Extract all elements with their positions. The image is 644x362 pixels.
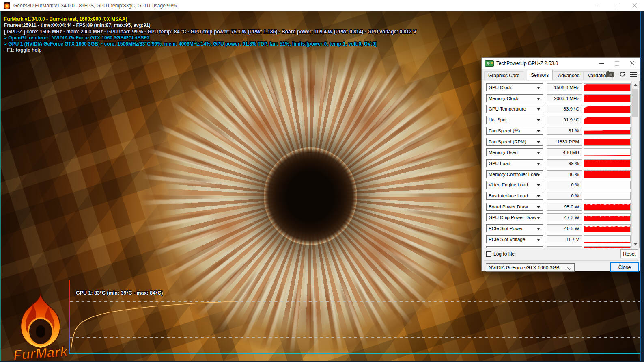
dropdown-arrow-icon bbox=[537, 130, 540, 132]
dropdown-arrow-icon bbox=[537, 108, 540, 111]
log-to-file-label: Log to file bbox=[493, 251, 515, 257]
sensor-history-graph bbox=[584, 213, 631, 221]
furmark-window-title: Geeks3D FurMark v1.34.0.0 - 89FPS, GPU1 … bbox=[13, 3, 177, 9]
sensor-history-graph bbox=[584, 127, 631, 135]
sensor-history-graph bbox=[584, 116, 631, 124]
osd-text-block: FurMark v1.34.0.0 - Burn-in test, 1600x9… bbox=[4, 16, 416, 54]
log-to-file-checkbox[interactable] bbox=[486, 251, 491, 257]
sensor-value: 0 % bbox=[547, 181, 582, 189]
sensor-select[interactable]: PCIe Slot Power bbox=[486, 224, 543, 232]
sensor-value: 11.7 V bbox=[547, 235, 582, 243]
gpuz-maximize-button[interactable] bbox=[609, 58, 625, 69]
refresh-icon[interactable] bbox=[619, 71, 625, 77]
sensor-row-gpu-load: GPU Load99 % bbox=[484, 159, 639, 167]
sensor-value: 430 MB bbox=[547, 148, 582, 156]
sensor-select[interactable]: Hot Spot bbox=[486, 116, 543, 124]
dropdown-arrow-icon bbox=[537, 184, 540, 186]
tab-sensors[interactable]: Sensors bbox=[527, 70, 553, 80]
osd-line-2: Frames:25911 - time:00:04:44 - FPS:89 (m… bbox=[4, 22, 416, 28]
sensor-value: 1833 RPM bbox=[547, 138, 582, 146]
sensor-history-graph bbox=[584, 170, 631, 178]
sensor-row-board-power-draw: Board Power Draw95.0 W bbox=[484, 203, 639, 211]
sensor-select[interactable]: GPU Temperature bbox=[486, 105, 543, 113]
sensor-row-fan-speed-rpm-: Fan Speed (RPM)1833 RPM bbox=[484, 138, 639, 146]
sensor-value: 95.0 W bbox=[547, 203, 582, 211]
sensor-history-graph bbox=[584, 224, 631, 232]
sensor-row-8-pin-1-power: 8-Pin #1 Power35.5 W bbox=[484, 246, 639, 249]
dropdown-arrow-icon bbox=[537, 119, 540, 121]
close-gpuz-button[interactable]: Close bbox=[610, 262, 639, 272]
sensor-value: 83.9 °C bbox=[547, 105, 582, 113]
sensor-row-fan-speed-: Fan Speed (%)51 % bbox=[484, 127, 639, 135]
sensor-value: 1506.0 MHz bbox=[547, 83, 582, 91]
tab-graphics-card[interactable]: Graphics Card bbox=[484, 71, 523, 80]
close-icon bbox=[632, 3, 637, 8]
screenshot-camera-icon[interactable] bbox=[606, 72, 614, 77]
sensor-value: 51 % bbox=[547, 127, 582, 135]
osd-line-1: FurMark v1.34.0.0 - Burn-in test, 1600x9… bbox=[4, 16, 416, 22]
sensor-history-graph bbox=[584, 203, 631, 211]
sensor-value: 35.5 W bbox=[547, 246, 582, 249]
sensor-select[interactable]: GPU Load bbox=[486, 159, 543, 167]
svg-text:FurMark: FurMark bbox=[13, 343, 69, 362]
furmark-logo: FurMark bbox=[4, 291, 77, 362]
furmark-app-icon bbox=[4, 2, 10, 9]
sensor-value: 99 % bbox=[547, 159, 582, 167]
sensor-history-graph bbox=[584, 181, 631, 189]
gpuz-minimize-button[interactable] bbox=[594, 58, 609, 69]
sensor-history-graph bbox=[584, 138, 631, 146]
sensor-history-graph bbox=[584, 105, 631, 113]
maximize-button[interactable] bbox=[607, 0, 625, 11]
sensor-row-bus-interface-load: Bus Interface Load0 % bbox=[484, 192, 639, 200]
gpuz-titlebar[interactable]: TechPowerUp GPU-Z 2.53.0 bbox=[482, 58, 640, 69]
scroll-down-icon bbox=[634, 243, 637, 245]
minimize-icon bbox=[599, 63, 604, 64]
sensor-value: 40.5 W bbox=[547, 224, 582, 232]
sensor-select[interactable]: Bus Interface Load bbox=[486, 192, 543, 200]
maximize-icon bbox=[614, 4, 618, 8]
gpuz-app-icon bbox=[485, 60, 494, 67]
close-button[interactable] bbox=[625, 0, 644, 11]
sensor-select[interactable]: GPU Clock bbox=[486, 83, 543, 91]
dropdown-arrow-icon bbox=[537, 98, 540, 100]
dropdown-arrow-icon bbox=[537, 163, 540, 165]
sensor-history-graph bbox=[584, 192, 631, 200]
sensor-select[interactable]: Memory Controller Load bbox=[486, 170, 543, 178]
chevron-down-icon bbox=[567, 266, 571, 270]
sensor-select[interactable]: Video Engine Load bbox=[486, 181, 543, 189]
gpuz-window: TechPowerUp GPU-Z 2.53.0 Graphics CardSe… bbox=[481, 57, 640, 271]
sensor-select[interactable]: Fan Speed (RPM) bbox=[486, 138, 543, 146]
window-border-right bbox=[640, 11, 644, 362]
sensor-history-graph bbox=[584, 246, 631, 249]
dropdown-arrow-icon bbox=[537, 206, 540, 208]
sensor-value: 91.9 °C bbox=[547, 116, 582, 124]
sensor-select[interactable]: Memory Used bbox=[486, 148, 543, 156]
sensor-row-hot-spot: Hot Spot91.9 °C bbox=[484, 116, 639, 124]
dropdown-arrow-icon bbox=[537, 217, 540, 219]
gpuz-window-title: TechPowerUp GPU-Z 2.53.0 bbox=[496, 61, 558, 66]
device-select[interactable]: NVIDIA GeForce GTX 1060 3GB bbox=[486, 263, 575, 272]
reset-button[interactable]: Reset bbox=[620, 249, 638, 258]
sensor-select[interactable]: PCIe Slot Voltage bbox=[486, 235, 543, 243]
sensor-history-graph bbox=[584, 159, 631, 167]
sensor-select[interactable]: Fan Speed (%) bbox=[486, 127, 543, 135]
menu-icon[interactable] bbox=[630, 72, 637, 77]
sensor-row-video-engine-load: Video Engine Load0 % bbox=[484, 181, 639, 189]
sensor-history-graph bbox=[584, 235, 631, 243]
sensor-row-gpu-temperature: GPU Temperature83.9 °C bbox=[484, 105, 639, 113]
sensor-select[interactable]: Memory Clock bbox=[486, 94, 543, 102]
maximize-icon bbox=[615, 61, 619, 66]
sensor-row-memory-controller-load: Memory Controller Load86 % bbox=[484, 170, 639, 178]
gpuz-close-button[interactable] bbox=[625, 58, 640, 69]
sensor-row-pcie-slot-power: PCIe Slot Power40.5 W bbox=[484, 224, 639, 232]
sensor-history-graph bbox=[584, 94, 631, 102]
minimize-button[interactable] bbox=[588, 0, 607, 11]
device-select-value: NVIDIA GeForce GTX 1060 3GB bbox=[489, 265, 560, 271]
sensor-select[interactable]: GPU Chip Power Draw bbox=[486, 213, 543, 221]
sensor-history-graph bbox=[584, 83, 631, 91]
sensor-select[interactable]: 8-Pin #1 Power bbox=[486, 246, 543, 249]
sensor-value: 0 % bbox=[547, 192, 582, 200]
tab-advanced[interactable]: Advanced bbox=[554, 71, 584, 80]
sensor-select[interactable]: Board Power Draw bbox=[486, 203, 543, 211]
temp-graph-label: GPU 1: 83°C (min: 39°C - max: 84°C) bbox=[76, 290, 163, 296]
